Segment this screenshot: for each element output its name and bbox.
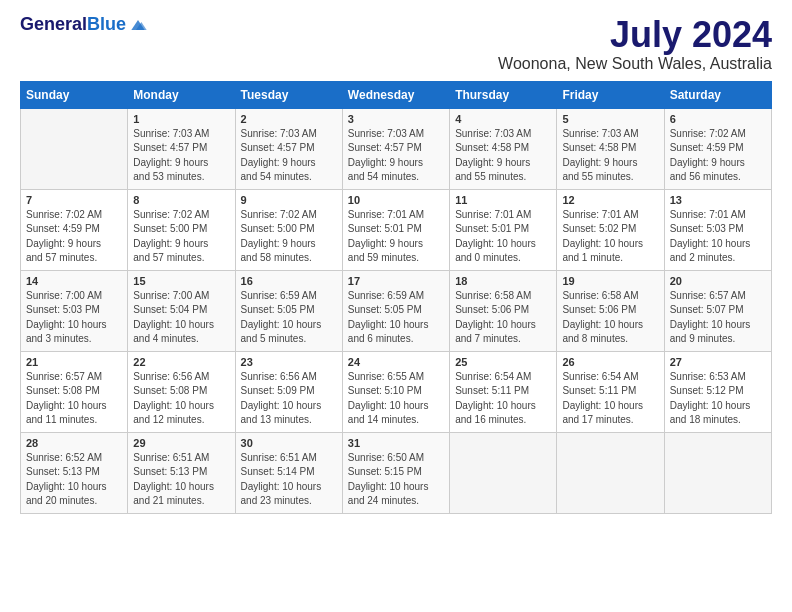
day-number: 24 bbox=[348, 356, 444, 368]
week-row: 14Sunrise: 7:00 AM Sunset: 5:03 PM Dayli… bbox=[21, 270, 772, 351]
calendar-cell: 21Sunrise: 6:57 AM Sunset: 5:08 PM Dayli… bbox=[21, 351, 128, 432]
day-number: 13 bbox=[670, 194, 766, 206]
day-info: Sunrise: 6:56 AM Sunset: 5:08 PM Dayligh… bbox=[133, 370, 229, 428]
day-number: 23 bbox=[241, 356, 337, 368]
page-container: GeneralBlue July 2024 Woonona, New South… bbox=[0, 0, 792, 524]
day-info: Sunrise: 7:03 AM Sunset: 4:58 PM Dayligh… bbox=[455, 127, 551, 185]
day-info: Sunrise: 6:58 AM Sunset: 5:06 PM Dayligh… bbox=[562, 289, 658, 347]
calendar-cell: 15Sunrise: 7:00 AM Sunset: 5:04 PM Dayli… bbox=[128, 270, 235, 351]
calendar-cell: 30Sunrise: 6:51 AM Sunset: 5:14 PM Dayli… bbox=[235, 432, 342, 513]
calendar-cell: 2Sunrise: 7:03 AM Sunset: 4:57 PM Daylig… bbox=[235, 108, 342, 189]
header: GeneralBlue July 2024 Woonona, New South… bbox=[20, 15, 772, 73]
calendar-cell: 17Sunrise: 6:59 AM Sunset: 5:05 PM Dayli… bbox=[342, 270, 449, 351]
calendar-cell: 9Sunrise: 7:02 AM Sunset: 5:00 PM Daylig… bbox=[235, 189, 342, 270]
calendar-cell: 26Sunrise: 6:54 AM Sunset: 5:11 PM Dayli… bbox=[557, 351, 664, 432]
day-info: Sunrise: 6:54 AM Sunset: 5:11 PM Dayligh… bbox=[562, 370, 658, 428]
week-row: 28Sunrise: 6:52 AM Sunset: 5:13 PM Dayli… bbox=[21, 432, 772, 513]
day-info: Sunrise: 7:00 AM Sunset: 5:03 PM Dayligh… bbox=[26, 289, 122, 347]
calendar-cell: 3Sunrise: 7:03 AM Sunset: 4:57 PM Daylig… bbox=[342, 108, 449, 189]
logo-text: GeneralBlue bbox=[20, 15, 126, 35]
day-info: Sunrise: 7:01 AM Sunset: 5:01 PM Dayligh… bbox=[348, 208, 444, 266]
calendar-cell: 27Sunrise: 6:53 AM Sunset: 5:12 PM Dayli… bbox=[664, 351, 771, 432]
day-number: 30 bbox=[241, 437, 337, 449]
day-number: 18 bbox=[455, 275, 551, 287]
calendar-cell: 13Sunrise: 7:01 AM Sunset: 5:03 PM Dayli… bbox=[664, 189, 771, 270]
column-header-wednesday: Wednesday bbox=[342, 81, 449, 108]
day-number: 16 bbox=[241, 275, 337, 287]
main-title: July 2024 bbox=[498, 15, 772, 55]
calendar-cell: 1Sunrise: 7:03 AM Sunset: 4:57 PM Daylig… bbox=[128, 108, 235, 189]
calendar-cell: 20Sunrise: 6:57 AM Sunset: 5:07 PM Dayli… bbox=[664, 270, 771, 351]
day-info: Sunrise: 6:56 AM Sunset: 5:09 PM Dayligh… bbox=[241, 370, 337, 428]
day-info: Sunrise: 7:03 AM Sunset: 4:57 PM Dayligh… bbox=[348, 127, 444, 185]
day-number: 17 bbox=[348, 275, 444, 287]
day-info: Sunrise: 6:57 AM Sunset: 5:08 PM Dayligh… bbox=[26, 370, 122, 428]
column-header-tuesday: Tuesday bbox=[235, 81, 342, 108]
day-info: Sunrise: 6:53 AM Sunset: 5:12 PM Dayligh… bbox=[670, 370, 766, 428]
day-info: Sunrise: 6:51 AM Sunset: 5:13 PM Dayligh… bbox=[133, 451, 229, 509]
calendar-cell: 23Sunrise: 6:56 AM Sunset: 5:09 PM Dayli… bbox=[235, 351, 342, 432]
day-info: Sunrise: 6:59 AM Sunset: 5:05 PM Dayligh… bbox=[348, 289, 444, 347]
calendar-cell: 16Sunrise: 6:59 AM Sunset: 5:05 PM Dayli… bbox=[235, 270, 342, 351]
day-number: 28 bbox=[26, 437, 122, 449]
subtitle: Woonona, New South Wales, Australia bbox=[498, 55, 772, 73]
column-header-thursday: Thursday bbox=[450, 81, 557, 108]
day-info: Sunrise: 6:55 AM Sunset: 5:10 PM Dayligh… bbox=[348, 370, 444, 428]
day-number: 8 bbox=[133, 194, 229, 206]
day-number: 26 bbox=[562, 356, 658, 368]
day-info: Sunrise: 7:01 AM Sunset: 5:02 PM Dayligh… bbox=[562, 208, 658, 266]
day-info: Sunrise: 7:03 AM Sunset: 4:57 PM Dayligh… bbox=[241, 127, 337, 185]
calendar-cell: 31Sunrise: 6:50 AM Sunset: 5:15 PM Dayli… bbox=[342, 432, 449, 513]
week-row: 7Sunrise: 7:02 AM Sunset: 4:59 PM Daylig… bbox=[21, 189, 772, 270]
day-number: 11 bbox=[455, 194, 551, 206]
day-number: 22 bbox=[133, 356, 229, 368]
day-info: Sunrise: 7:03 AM Sunset: 4:57 PM Dayligh… bbox=[133, 127, 229, 185]
day-info: Sunrise: 7:02 AM Sunset: 4:59 PM Dayligh… bbox=[670, 127, 766, 185]
calendar-cell: 25Sunrise: 6:54 AM Sunset: 5:11 PM Dayli… bbox=[450, 351, 557, 432]
calendar-cell: 18Sunrise: 6:58 AM Sunset: 5:06 PM Dayli… bbox=[450, 270, 557, 351]
day-number: 25 bbox=[455, 356, 551, 368]
day-number: 1 bbox=[133, 113, 229, 125]
day-number: 9 bbox=[241, 194, 337, 206]
calendar-cell: 10Sunrise: 7:01 AM Sunset: 5:01 PM Dayli… bbox=[342, 189, 449, 270]
day-info: Sunrise: 7:02 AM Sunset: 4:59 PM Dayligh… bbox=[26, 208, 122, 266]
day-number: 27 bbox=[670, 356, 766, 368]
column-header-sunday: Sunday bbox=[21, 81, 128, 108]
day-number: 19 bbox=[562, 275, 658, 287]
day-info: Sunrise: 6:54 AM Sunset: 5:11 PM Dayligh… bbox=[455, 370, 551, 428]
calendar-cell bbox=[450, 432, 557, 513]
day-info: Sunrise: 6:58 AM Sunset: 5:06 PM Dayligh… bbox=[455, 289, 551, 347]
day-info: Sunrise: 7:01 AM Sunset: 5:03 PM Dayligh… bbox=[670, 208, 766, 266]
day-number: 14 bbox=[26, 275, 122, 287]
calendar-cell: 14Sunrise: 7:00 AM Sunset: 5:03 PM Dayli… bbox=[21, 270, 128, 351]
calendar-table: SundayMondayTuesdayWednesdayThursdayFrid… bbox=[20, 81, 772, 514]
day-info: Sunrise: 6:51 AM Sunset: 5:14 PM Dayligh… bbox=[241, 451, 337, 509]
calendar-cell: 8Sunrise: 7:02 AM Sunset: 5:00 PM Daylig… bbox=[128, 189, 235, 270]
day-number: 20 bbox=[670, 275, 766, 287]
day-number: 10 bbox=[348, 194, 444, 206]
day-number: 7 bbox=[26, 194, 122, 206]
calendar-cell bbox=[21, 108, 128, 189]
day-number: 4 bbox=[455, 113, 551, 125]
day-info: Sunrise: 6:50 AM Sunset: 5:15 PM Dayligh… bbox=[348, 451, 444, 509]
day-number: 15 bbox=[133, 275, 229, 287]
day-info: Sunrise: 6:57 AM Sunset: 5:07 PM Dayligh… bbox=[670, 289, 766, 347]
calendar-cell: 29Sunrise: 6:51 AM Sunset: 5:13 PM Dayli… bbox=[128, 432, 235, 513]
column-header-monday: Monday bbox=[128, 81, 235, 108]
week-row: 21Sunrise: 6:57 AM Sunset: 5:08 PM Dayli… bbox=[21, 351, 772, 432]
calendar-cell bbox=[557, 432, 664, 513]
day-number: 31 bbox=[348, 437, 444, 449]
calendar-cell: 28Sunrise: 6:52 AM Sunset: 5:13 PM Dayli… bbox=[21, 432, 128, 513]
day-info: Sunrise: 6:59 AM Sunset: 5:05 PM Dayligh… bbox=[241, 289, 337, 347]
week-row: 1Sunrise: 7:03 AM Sunset: 4:57 PM Daylig… bbox=[21, 108, 772, 189]
day-number: 3 bbox=[348, 113, 444, 125]
day-number: 21 bbox=[26, 356, 122, 368]
day-info: Sunrise: 7:03 AM Sunset: 4:58 PM Dayligh… bbox=[562, 127, 658, 185]
day-info: Sunrise: 7:02 AM Sunset: 5:00 PM Dayligh… bbox=[133, 208, 229, 266]
calendar-cell: 5Sunrise: 7:03 AM Sunset: 4:58 PM Daylig… bbox=[557, 108, 664, 189]
logo-icon bbox=[128, 15, 148, 35]
title-block: July 2024 Woonona, New South Wales, Aust… bbox=[498, 15, 772, 73]
day-number: 6 bbox=[670, 113, 766, 125]
day-number: 2 bbox=[241, 113, 337, 125]
calendar-cell: 19Sunrise: 6:58 AM Sunset: 5:06 PM Dayli… bbox=[557, 270, 664, 351]
